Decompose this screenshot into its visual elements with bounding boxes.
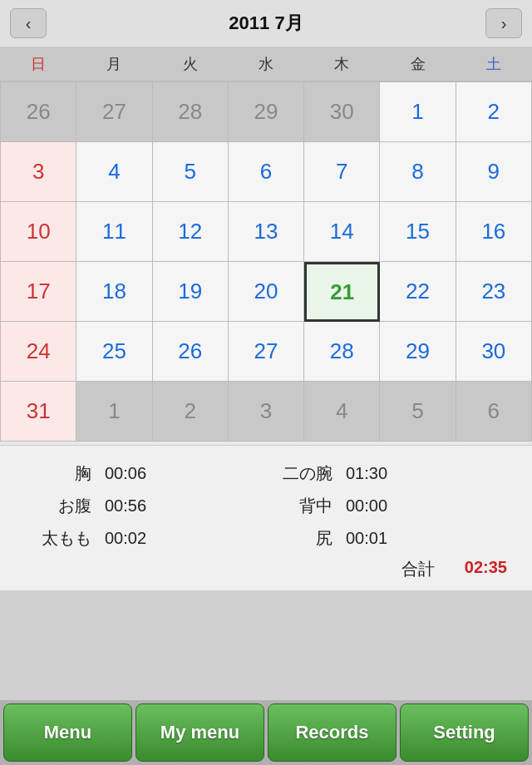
cal-day-5-2[interactable]: 2 bbox=[153, 382, 229, 442]
info-right-value-0: 01:30 bbox=[346, 464, 404, 483]
dow-cell-金: 金 bbox=[380, 47, 456, 81]
info-grid: 胸00:06お腹00:56太もも00:02 二の腕01:30背中00:00尻00… bbox=[25, 459, 507, 553]
calendar-header: ‹ 2011 7月 › bbox=[0, 0, 532, 47]
cal-day-3-4[interactable]: 21 bbox=[304, 262, 380, 322]
cal-day-3-1[interactable]: 18 bbox=[76, 262, 152, 322]
calendar-title: 2011 7月 bbox=[229, 11, 303, 36]
tab-bar: MenuMy menuRecordsSetting bbox=[0, 700, 532, 765]
cal-day-5-4[interactable]: 4 bbox=[304, 382, 380, 442]
cal-day-1-0[interactable]: 3 bbox=[1, 142, 76, 202]
cal-day-0-1[interactable]: 27 bbox=[76, 82, 152, 142]
cal-day-0-3[interactable]: 29 bbox=[229, 82, 304, 142]
cal-day-5-0[interactable]: 31 bbox=[1, 382, 76, 442]
day-of-week-row: 日月火水木金土 bbox=[0, 47, 532, 81]
cal-day-2-3[interactable]: 13 bbox=[229, 202, 304, 262]
info-right-label-0: 二の腕 bbox=[266, 462, 332, 485]
info-left-value-2: 00:02 bbox=[105, 529, 163, 548]
info-left-row-0: 胸00:06 bbox=[25, 459, 266, 488]
cal-day-3-0[interactable]: 17 bbox=[1, 262, 76, 322]
cal-day-1-2[interactable]: 5 bbox=[153, 142, 229, 202]
info-left: 胸00:06お腹00:56太もも00:02 bbox=[25, 459, 266, 553]
dow-cell-木: 木 bbox=[304, 47, 380, 81]
cal-day-2-6[interactable]: 16 bbox=[456, 202, 532, 262]
next-month-button[interactable]: › bbox=[485, 8, 522, 38]
cal-day-1-1[interactable]: 4 bbox=[76, 142, 152, 202]
cal-day-4-6[interactable]: 30 bbox=[456, 322, 532, 382]
info-left-row-2: 太もも00:02 bbox=[25, 524, 266, 553]
cal-day-5-5[interactable]: 5 bbox=[380, 382, 456, 442]
mymenu-tab[interactable]: My menu bbox=[135, 703, 264, 762]
cal-day-5-6[interactable]: 6 bbox=[456, 382, 532, 442]
prev-month-button[interactable]: ‹ bbox=[10, 8, 47, 38]
cal-day-2-5[interactable]: 15 bbox=[380, 202, 456, 262]
info-left-label-2: 太もも bbox=[25, 527, 91, 550]
cal-day-0-6[interactable]: 2 bbox=[456, 82, 532, 142]
info-total-row: 合計 02:35 bbox=[25, 553, 507, 580]
calendar-grid[interactable]: 2627282930123456789101112131415161718192… bbox=[0, 81, 532, 442]
info-left-value-0: 00:06 bbox=[105, 464, 163, 483]
cal-day-1-3[interactable]: 6 bbox=[229, 142, 304, 202]
info-right-row-1: 背中00:00 bbox=[266, 491, 507, 521]
cal-day-1-6[interactable]: 9 bbox=[456, 142, 532, 202]
dow-cell-日: 日 bbox=[0, 47, 76, 81]
cal-day-4-3[interactable]: 27 bbox=[229, 322, 304, 382]
dow-cell-土: 土 bbox=[456, 47, 532, 81]
info-section: 胸00:06お腹00:56太もも00:02 二の腕01:30背中00:00尻00… bbox=[0, 445, 532, 590]
cal-day-3-3[interactable]: 20 bbox=[229, 262, 304, 322]
menu-tab[interactable]: Menu bbox=[3, 703, 132, 762]
cal-day-3-5[interactable]: 22 bbox=[380, 262, 456, 322]
info-right-label-1: 背中 bbox=[266, 495, 332, 517]
cal-day-0-2[interactable]: 28 bbox=[153, 82, 229, 142]
cal-day-5-1[interactable]: 1 bbox=[76, 382, 152, 442]
cal-day-3-2[interactable]: 19 bbox=[153, 262, 229, 322]
info-right-value-2: 00:01 bbox=[346, 529, 404, 548]
cal-day-0-0[interactable]: 26 bbox=[1, 82, 76, 142]
total-label: 合計 bbox=[401, 558, 435, 580]
dow-cell-火: 火 bbox=[152, 47, 228, 81]
cal-day-0-4[interactable]: 30 bbox=[304, 82, 380, 142]
records-tab[interactable]: Records bbox=[268, 703, 397, 762]
cal-day-2-2[interactable]: 12 bbox=[153, 202, 229, 262]
info-right: 二の腕01:30背中00:00尻00:01 bbox=[266, 459, 507, 553]
info-right-value-1: 00:00 bbox=[346, 496, 404, 516]
info-right-label-2: 尻 bbox=[266, 527, 332, 550]
info-right-row-0: 二の腕01:30 bbox=[266, 459, 507, 488]
cal-day-5-3[interactable]: 3 bbox=[229, 382, 304, 442]
cal-day-2-0[interactable]: 10 bbox=[1, 202, 76, 262]
info-left-label-1: お腹 bbox=[25, 495, 91, 517]
calendar-section: ‹ 2011 7月 › 日月火水木金土 26272829301234567891… bbox=[0, 0, 532, 445]
cal-day-4-5[interactable]: 29 bbox=[380, 322, 456, 382]
dow-cell-水: 水 bbox=[228, 47, 303, 81]
cal-day-2-1[interactable]: 11 bbox=[76, 202, 152, 262]
info-left-label-0: 胸 bbox=[25, 462, 91, 485]
cal-day-4-2[interactable]: 26 bbox=[153, 322, 229, 382]
dow-cell-月: 月 bbox=[76, 47, 151, 81]
cal-day-4-0[interactable]: 24 bbox=[1, 322, 76, 382]
total-value: 02:35 bbox=[465, 558, 507, 580]
info-left-row-1: お腹00:56 bbox=[25, 491, 266, 521]
cal-day-0-5[interactable]: 1 bbox=[380, 82, 456, 142]
info-right-row-2: 尻00:01 bbox=[266, 524, 507, 553]
cal-day-2-4[interactable]: 14 bbox=[304, 202, 380, 262]
cal-day-4-4[interactable]: 28 bbox=[304, 322, 380, 382]
info-left-value-1: 00:56 bbox=[105, 496, 163, 516]
cal-day-1-5[interactable]: 8 bbox=[380, 142, 456, 202]
cal-day-3-6[interactable]: 23 bbox=[456, 262, 532, 322]
cal-day-4-1[interactable]: 25 bbox=[76, 322, 152, 382]
cal-day-1-4[interactable]: 7 bbox=[304, 142, 380, 202]
setting-tab[interactable]: Setting bbox=[400, 703, 529, 762]
